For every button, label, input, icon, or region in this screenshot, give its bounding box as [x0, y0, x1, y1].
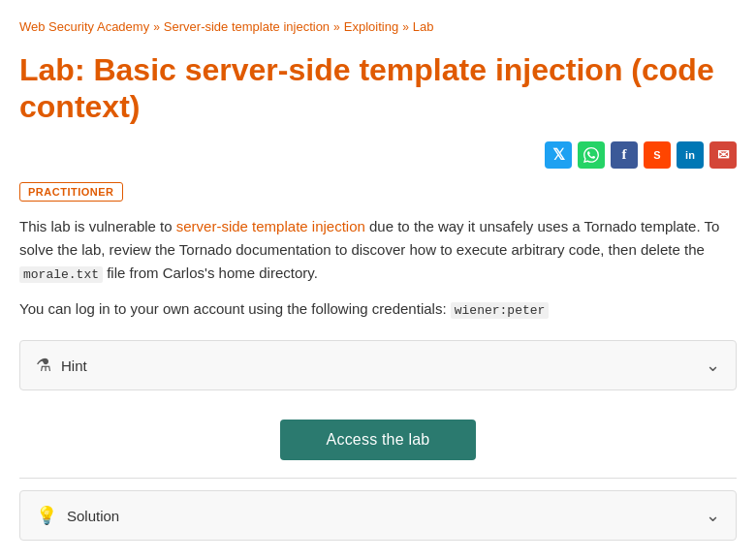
whatsapp-icon[interactable] [578, 141, 605, 169]
access-lab-wrapper: Access the lab [19, 402, 737, 478]
linkedin-icon[interactable]: in [677, 141, 704, 169]
breadcrumb-server-side-template[interactable]: Server-side template injection [164, 19, 330, 34]
hint-accordion-header[interactable]: ⚗ Hint ⌄ [20, 341, 736, 389]
twitter-icon[interactable]: 𝕏 [545, 141, 572, 169]
facebook-icon[interactable]: f [611, 141, 638, 169]
solution-accordion[interactable]: 💡 Solution ⌄ [19, 490, 737, 541]
solution-accordion-left: 💡 Solution [36, 505, 119, 526]
solution-chevron-icon: ⌄ [706, 505, 720, 526]
reddit-icon[interactable]: S [644, 141, 671, 169]
hint-flask-icon: ⚗ [36, 355, 51, 376]
breadcrumb-sep-1: » [153, 20, 160, 34]
email-icon[interactable]: ✉ [709, 141, 737, 169]
solution-label: Solution [67, 508, 119, 524]
breadcrumb-sep-3: » [402, 20, 409, 34]
description-text-1: This lab is vulnerable to [19, 218, 176, 234]
page-wrapper: Web Security Academy » Server-side templ… [0, 0, 756, 560]
lab-title: Lab: Basic server-side template injectio… [19, 51, 737, 126]
hint-label: Hint [61, 358, 87, 374]
hint-accordion[interactable]: ⚗ Hint ⌄ [19, 340, 737, 390]
practitioner-badge: PRACTITIONER [19, 182, 123, 202]
solution-lightbulb-icon: 💡 [36, 505, 57, 526]
breadcrumb-lab[interactable]: Lab [413, 19, 434, 34]
description-text-3: file from Carlos's home directory. [103, 264, 318, 281]
morale-code: morale.txt [19, 266, 103, 283]
hint-accordion-left: ⚗ Hint [36, 355, 87, 376]
access-lab-button[interactable]: Access the lab [280, 420, 477, 460]
divider [19, 478, 737, 479]
credentials-line: You can log in to your own account using… [19, 297, 737, 322]
credentials-prefix: You can log in to your own account using… [19, 300, 451, 317]
credentials-code: wiener:peter [451, 302, 550, 319]
hint-chevron-icon: ⌄ [706, 355, 720, 376]
solution-accordion-header[interactable]: 💡 Solution ⌄ [20, 491, 736, 540]
ssti-link[interactable]: server-side template injection [176, 218, 365, 234]
breadcrumb: Web Security Academy » Server-side templ… [19, 19, 737, 34]
social-row: 𝕏 f S in ✉ [19, 141, 737, 169]
breadcrumb-exploiting[interactable]: Exploiting [344, 19, 398, 34]
breadcrumb-web-security-academy[interactable]: Web Security Academy [19, 19, 149, 34]
breadcrumb-sep-2: » [333, 20, 340, 34]
lab-description: This lab is vulnerable to server-side te… [19, 215, 737, 286]
